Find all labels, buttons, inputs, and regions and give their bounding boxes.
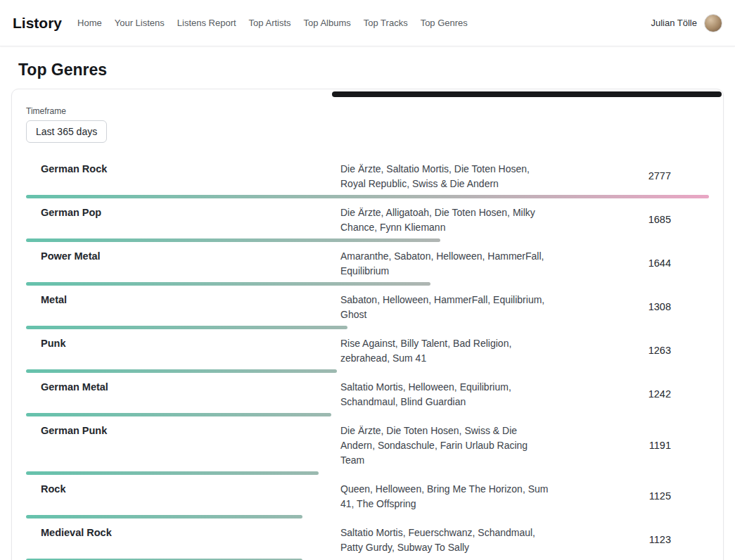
horizontal-scrollbar-thumb[interactable]: [332, 91, 722, 97]
nav-links: HomeYour ListensListens ReportTop Artist…: [77, 18, 651, 28]
genre-count: 1685: [551, 214, 709, 225]
table-row: German PunkDie Ärzte, Die Toten Hosen, S…: [26, 417, 709, 476]
top-genres-card: Timeframe Last 365 days German RockDie Ä…: [11, 89, 724, 560]
genre-name: Rock: [26, 481, 340, 511]
genre-count: 1123: [551, 534, 709, 545]
genre-name: German Punk: [26, 422, 340, 468]
genre-artists: Rise Against, Billy Talent, Bad Religion…: [340, 335, 551, 366]
genre-progress-bar: [26, 195, 709, 198]
table-row: German PopDie Ärzte, Alligatoah, Die Tot…: [26, 199, 709, 243]
genre-count: 1242: [551, 388, 709, 400]
table-row: German MetalSaltatio Mortis, Helloween, …: [26, 374, 709, 417]
nav-link-home[interactable]: Home: [77, 18, 102, 28]
genre-name: Metal: [26, 291, 340, 322]
genre-name: German Rock: [26, 160, 340, 191]
table-row: RockQueen, Helloween, Bring Me The Horiz…: [26, 476, 709, 519]
genre-artists: Die Ärzte, Alligatoah, Die Toten Hosen, …: [340, 204, 551, 235]
user-avatar[interactable]: [704, 14, 722, 32]
table-row: MetalSabaton, Helloween, HammerFall, Equ…: [26, 286, 709, 330]
nav-link-top-artists[interactable]: Top Artists: [249, 18, 291, 28]
nav-link-your-listens[interactable]: Your Listens: [115, 18, 165, 28]
genre-count: 1191: [551, 440, 709, 451]
genre-artists: Die Ärzte, Die Toten Hosen, Swiss & Die …: [340, 422, 551, 468]
nav-link-top-genres[interactable]: Top Genres: [421, 18, 468, 28]
genre-name: Punk: [26, 335, 340, 366]
table-row: Medieval RockSaltatio Mortis, Feuerschwa…: [26, 519, 709, 560]
table-row: Power MetalAmaranthe, Sabaton, Helloween…: [26, 243, 709, 286]
genre-progress-bar: [26, 369, 709, 373]
genre-count: 1644: [551, 257, 709, 269]
genre-artists: Die Ärzte, Saltatio Mortis, Die Toten Ho…: [340, 160, 551, 191]
timeframe-select[interactable]: Last 365 days: [26, 120, 107, 143]
genre-progress-bar: [26, 515, 709, 518]
genre-name: Medieval Rock: [26, 524, 340, 555]
navbar: Listory HomeYour ListensListens ReportTo…: [0, 0, 735, 46]
timeframe-label: Timeframe: [26, 106, 709, 116]
genre-progress-bar: [26, 413, 709, 416]
genre-count: 1263: [551, 345, 709, 356]
user-name: Julian Tölle: [651, 18, 697, 28]
genre-count: 1125: [551, 490, 709, 502]
genre-count: 2777: [551, 170, 709, 182]
table-row: PunkRise Against, Billy Talent, Bad Reli…: [26, 330, 709, 374]
genre-progress-bar: [26, 326, 709, 329]
genre-progress-bar: [26, 238, 709, 242]
genre-count: 1308: [551, 301, 709, 312]
user-menu[interactable]: Julian Tölle: [651, 14, 722, 32]
genre-artists: Saltatio Mortis, Feuerschwanz, Schandmau…: [340, 524, 551, 555]
page-title: Top Genres: [0, 61, 735, 79]
table-row: German RockDie Ärzte, Saltatio Mortis, D…: [26, 155, 709, 199]
horizontal-scrollbar[interactable]: [13, 91, 722, 97]
genre-name: German Pop: [26, 204, 340, 235]
genre-artists: Amaranthe, Sabaton, Helloween, HammerFal…: [340, 248, 551, 279]
genre-artists: Saltatio Mortis, Helloween, Equilibrium,…: [340, 378, 551, 409]
genre-name: Power Metal: [26, 248, 340, 279]
genre-artists: Queen, Helloween, Bring Me The Horizon, …: [340, 481, 551, 511]
genre-table: German RockDie Ärzte, Saltatio Mortis, D…: [26, 155, 709, 560]
nav-link-top-tracks[interactable]: Top Tracks: [364, 18, 408, 28]
nav-link-listens-report[interactable]: Listens Report: [177, 18, 236, 28]
genre-artists: Sabaton, Helloween, HammerFall, Equilibr…: [340, 291, 551, 322]
genre-name: German Metal: [26, 378, 340, 409]
genre-progress-bar: [26, 471, 709, 475]
app-logo[interactable]: Listory: [13, 15, 62, 32]
genre-progress-bar: [26, 282, 709, 286]
nav-link-top-albums[interactable]: Top Albums: [304, 18, 351, 28]
